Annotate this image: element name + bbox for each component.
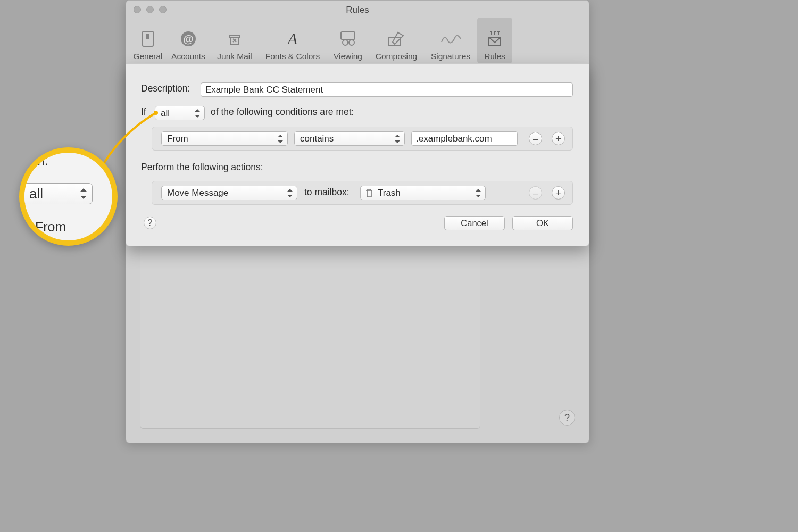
action-verb-select[interactable]: Move Message — [161, 186, 297, 200]
remove-action-button[interactable]: – — [529, 186, 542, 200]
updown-icon — [395, 135, 401, 143]
condition-value-input[interactable] — [411, 131, 518, 146]
toolbar-label: Signatures — [431, 52, 470, 61]
titlebar: Rules General @ Accounts Junk Mail A Fon… — [126, 1, 589, 64]
window-title: Rules — [126, 5, 589, 15]
rules-list-area — [140, 224, 480, 429]
cancel-button[interactable]: Cancel — [444, 216, 505, 230]
junk-mail-icon — [222, 28, 247, 49]
add-condition-button[interactable]: + — [552, 132, 565, 145]
to-mailbox-label: to mailbox: — [304, 187, 350, 198]
toolbar-signatures[interactable]: Signatures — [424, 18, 477, 63]
svg-point-8 — [343, 40, 348, 45]
updown-icon — [476, 189, 482, 197]
match-mode-value: all — [161, 108, 170, 119]
toolbar-viewing[interactable]: Viewing — [327, 18, 369, 63]
toolbar-label: Rules — [484, 52, 505, 61]
if-prefix-label: If — [141, 106, 146, 118]
action-mailbox-select[interactable]: Trash — [360, 186, 486, 200]
toolbar-label: Viewing — [334, 52, 362, 61]
toolbar-label: Junk Mail — [217, 52, 252, 61]
viewing-icon — [336, 28, 360, 49]
remove-condition-button[interactable]: – — [529, 132, 542, 145]
match-mode-select[interactable]: all — [155, 106, 205, 120]
action-verb-value: Move Message — [167, 188, 228, 198]
toolbar-fonts-colors[interactable]: A Fonts & Colors — [258, 18, 327, 63]
svg-point-9 — [349, 40, 354, 45]
toolbar-junk-mail[interactable]: Junk Mail — [211, 18, 258, 63]
description-input[interactable] — [201, 82, 573, 97]
callout-match-mode-select: all — [22, 183, 93, 204]
composing-icon — [384, 28, 409, 49]
toolbar-rules[interactable]: Rules — [477, 18, 512, 63]
callout-description-fragment: ription: — [19, 153, 118, 168]
toolbar-composing[interactable]: Composing — [369, 18, 424, 63]
updown-icon — [287, 189, 294, 197]
trash-icon — [365, 188, 373, 198]
toolbar-accounts[interactable]: @ Accounts — [165, 18, 211, 63]
callout-from-fragment: From — [35, 219, 118, 235]
updown-icon — [80, 188, 88, 199]
svg-text:@: @ — [183, 33, 194, 45]
toolbar-general[interactable]: General — [130, 18, 165, 63]
general-icon — [136, 28, 160, 49]
svg-text:A: A — [287, 30, 298, 47]
updown-icon — [278, 135, 284, 143]
actions-label: Perform the following actions: — [141, 162, 263, 173]
add-action-button[interactable]: + — [552, 186, 565, 200]
description-label: Description: — [141, 83, 190, 94]
toolbar: General @ Accounts Junk Mail A Fonts & C… — [130, 18, 585, 63]
condition-field-value: From — [167, 134, 188, 144]
if-suffix-label: of the following conditions are met: — [211, 106, 354, 118]
toolbar-label: Composing — [376, 52, 417, 61]
rules-icon — [483, 28, 507, 49]
signatures-icon — [438, 28, 463, 49]
svg-rect-7 — [341, 32, 355, 39]
sheet-help-button[interactable]: ? — [144, 217, 156, 229]
callout-match-mode-value: all — [29, 186, 43, 202]
updown-icon — [195, 109, 201, 118]
condition-field-select[interactable]: From — [161, 131, 288, 146]
toolbar-label: Fonts & Colors — [265, 52, 320, 61]
ok-button[interactable]: OK — [512, 216, 573, 230]
condition-operator-select[interactable]: contains — [294, 131, 405, 146]
action-mailbox-value: Trash — [378, 188, 401, 198]
rule-edit-sheet: Description: If all of the following con… — [126, 63, 589, 246]
fonts-colors-icon: A — [280, 28, 305, 49]
condition-operator-value: contains — [300, 134, 334, 144]
toolbar-label: Accounts — [171, 52, 205, 61]
toolbar-label: General — [133, 52, 162, 61]
zoom-callout: ription: all From — [19, 147, 118, 246]
help-button[interactable]: ? — [559, 410, 575, 426]
svg-rect-1 — [146, 34, 149, 39]
accounts-icon: @ — [176, 28, 201, 49]
